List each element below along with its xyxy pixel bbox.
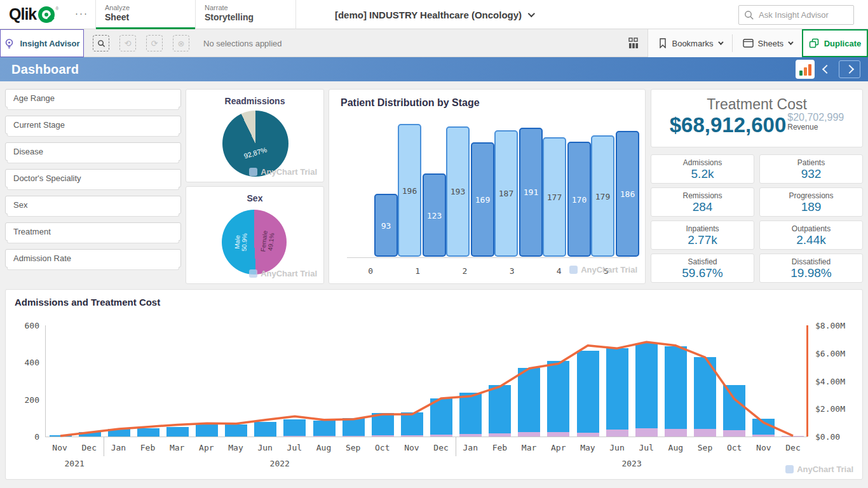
kpi-tile-dissatisfied[interactable]: Dissatisfied19.98% xyxy=(759,254,863,283)
anychart-watermark: AnyChart Trial xyxy=(249,167,317,177)
duplicate-button[interactable]: Duplicate xyxy=(802,29,868,57)
bar-series-2-stage-3[interactable]: 191 xyxy=(519,128,543,257)
app-title-dropdown[interactable]: [demo] INDUSTRY Healthcare (Oncology) xyxy=(335,0,533,29)
no-selections-text: No selections applied xyxy=(203,39,282,48)
revenue-value: $20,702,999 xyxy=(787,112,844,123)
right-axis-tick: $0.00 xyxy=(815,432,840,442)
bar-series-1-stage-1[interactable]: 196 xyxy=(398,124,421,257)
anychart-icon xyxy=(249,269,257,278)
selections-toolbar: Insight Advisor ⟲ ⟳ ⊗ No selections appl… xyxy=(0,29,868,57)
left-axis-tick: 200 xyxy=(25,395,39,404)
month-label: Feb xyxy=(133,440,162,454)
insight-advisor-button[interactable]: Insight Advisor xyxy=(0,29,84,57)
next-sheet-button[interactable] xyxy=(839,60,860,78)
bar-value-label: 193 xyxy=(451,187,465,196)
insight-advisor-search[interactable] xyxy=(738,5,854,25)
admissions-treatment-cost-card: Admissions and Treatment Cost 0200400600… xyxy=(5,289,863,480)
tab-analyze-sheet[interactable]: Analyze Sheet xyxy=(95,0,196,29)
kpi-value: 19.98% xyxy=(760,266,862,280)
filter-current-stage[interactable]: Current Stage xyxy=(5,116,181,134)
month-label: Apr xyxy=(192,440,221,454)
kpi-value: 284 xyxy=(651,200,754,214)
app-window: Qlik ® ··· Analyze Sheet Narrate Storyte… xyxy=(0,0,868,488)
month-label: Dec xyxy=(778,440,808,454)
chevron-right-icon xyxy=(845,65,854,74)
sex-pie[interactable]: Male50.9% Female49.1% xyxy=(222,210,287,274)
undo-selection-icon[interactable]: ⟲ xyxy=(119,35,136,51)
bar-series-2-stage-4[interactable]: 170 xyxy=(567,142,591,257)
month-label: Oct xyxy=(368,440,397,454)
kpi-tile-outpatients[interactable]: Outpatients2.44k xyxy=(759,220,863,250)
kpi-tile-remissions[interactable]: Remissions284 xyxy=(651,187,754,217)
right-axis-tick: $2.00M xyxy=(815,404,845,414)
sex-male-label: Male50.9% xyxy=(233,233,248,251)
kpi-label: Patients xyxy=(760,158,862,167)
bar-series-2-stage-2[interactable]: 169 xyxy=(471,142,494,257)
month-label: Sep xyxy=(690,440,719,454)
filter-treatment[interactable]: Treatment xyxy=(5,222,181,241)
month-label: Feb xyxy=(485,440,514,454)
sex-card: Sex Male50.9% Female49.1% AnyChart Trial xyxy=(186,186,324,284)
top-header: Qlik ® ··· Analyze Sheet Narrate Storyte… xyxy=(0,0,868,29)
anychart-icon xyxy=(249,168,257,176)
combo-chart-title: Admissions and Treatment Cost xyxy=(6,290,862,308)
bar-series-1-stage-3[interactable]: 187 xyxy=(494,130,518,257)
more-menu-button[interactable]: ··· xyxy=(75,8,88,18)
patient-distribution-title: Patient Distribution by Stage xyxy=(329,90,645,109)
filter-age-range[interactable]: Age Range xyxy=(5,89,181,107)
month-label: Apr xyxy=(544,440,573,454)
filter-disease[interactable]: Disease xyxy=(5,142,181,161)
bar-group-stage-0: 93 xyxy=(347,120,398,257)
month-label: Nov xyxy=(45,440,74,454)
filter-doctor-s-speciality[interactable]: Doctor's Speciality xyxy=(5,169,181,187)
bar-value-label: 186 xyxy=(620,189,635,199)
patient-distribution-plot[interactable]: 93196123193169187191177170179186 xyxy=(347,120,630,257)
kpi-tile-progressions[interactable]: Progressions189 xyxy=(759,187,863,217)
bar-series-2-stage-5[interactable]: 186 xyxy=(616,131,639,257)
redo-selection-icon[interactable]: ⟳ xyxy=(146,35,163,51)
kpi-label: Remissions xyxy=(651,191,754,200)
bookmarks-dropdown[interactable]: Bookmarks xyxy=(648,34,731,52)
mini-bar-green xyxy=(799,71,803,76)
sheet-thumbnail-button[interactable] xyxy=(796,60,815,79)
x-tick-label: 3 xyxy=(489,266,536,276)
sex-title: Sex xyxy=(186,187,323,203)
sheet-overview-button[interactable] xyxy=(620,29,648,57)
search-selections-icon[interactable] xyxy=(93,35,109,51)
qlik-logo[interactable]: Qlik ® xyxy=(9,5,58,24)
kpi-value: 5.2k xyxy=(651,167,754,181)
filter-label: Doctor's Speciality xyxy=(13,173,81,183)
kpi-tile-satisfied[interactable]: Satisfied59.67% xyxy=(651,254,754,283)
sheets-label: Sheets xyxy=(758,39,783,48)
bar-series-2-stage-0[interactable]: 93 xyxy=(374,194,398,257)
filter-admission-rate[interactable]: Admission Rate xyxy=(5,249,181,268)
kpi-tile-admissions[interactable]: Admissions5.2k xyxy=(651,154,754,184)
bar-value-label: 191 xyxy=(524,187,538,197)
bar-series-1-stage-4[interactable]: 177 xyxy=(543,137,566,257)
filter-label: Age Range xyxy=(13,93,55,103)
left-axis-tick: 0 xyxy=(34,432,39,442)
mini-bar-orange1 xyxy=(804,67,807,76)
combo-chart-area: 0200400600 $0.00$2.00M$4.00M$6.00M$8.00M… xyxy=(15,315,853,473)
selection-tools: ⟲ ⟳ ⊗ No selections applied xyxy=(93,29,282,57)
sex-female-label: Female49.1% xyxy=(260,230,276,252)
right-axis-tick: $4.00M xyxy=(815,376,845,386)
clear-selections-icon[interactable]: ⊗ xyxy=(173,35,189,51)
filter-sex[interactable]: Sex xyxy=(5,196,181,214)
search-input[interactable] xyxy=(759,10,848,20)
tab-analyze-top: Analyze xyxy=(105,4,195,11)
patient-distribution-card: Patient Distribution by Stage 9319612319… xyxy=(329,89,646,284)
sheet-icon xyxy=(743,39,754,48)
prev-sheet-button[interactable] xyxy=(822,65,831,74)
month-label: Sep xyxy=(339,440,368,454)
combo-plot[interactable]: 0200400600 $0.00$2.00M$4.00M$6.00M$8.00M xyxy=(45,325,808,437)
kpi-tile-patients[interactable]: Patients932 xyxy=(759,154,863,184)
duplicate-icon xyxy=(809,38,819,48)
bar-series-2-stage-1[interactable]: 123 xyxy=(423,173,446,257)
kpi-tile-inpatients[interactable]: Inpatients2.77k xyxy=(651,220,754,250)
bar-value-label: 177 xyxy=(547,192,562,201)
sheets-dropdown[interactable]: Sheets xyxy=(732,34,802,52)
tab-narrate-storytelling[interactable]: Narrate Storytelling xyxy=(196,0,296,29)
bar-series-1-stage-5[interactable]: 179 xyxy=(591,135,614,257)
bar-series-1-stage-2[interactable]: 193 xyxy=(446,126,470,257)
